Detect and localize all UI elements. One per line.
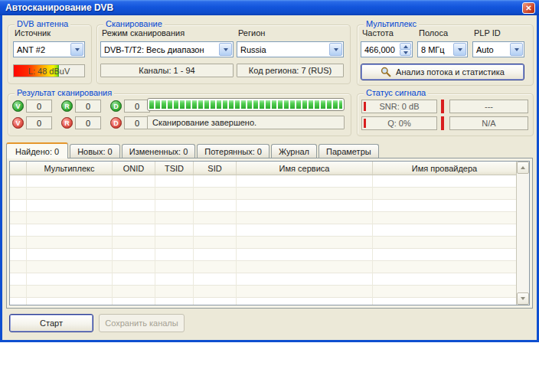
scan-mode-value: DVB-T/T2: Весь диапазон [104,45,204,54]
bandwidth-label: Полоса [419,28,448,38]
data-found-icon: D [110,100,122,112]
window-body: DVB антенна Источник ANT #2 L: 48 dBuV С… [2,15,537,340]
video-found-icon: V [12,100,24,112]
bandwidth-dropdown-button[interactable] [453,43,466,56]
save-channels-button-label: Сохранить каналы [105,318,178,328]
signal-level-text: L: 48 dBuV [28,67,70,76]
channels-table-body[interactable] [10,175,516,305]
region-label: Регион [238,28,265,38]
radio-found-count: 0 [75,100,101,113]
analyze-stream-button[interactable]: Анализ потока и статистика [361,64,524,80]
tab-parameters-label: Параметры [326,147,371,156]
screen: Автосканирование DVB ✕ DVB антенна Источ… [0,0,539,392]
bandwidth-select[interactable]: 8 МГц [417,41,468,57]
channels-info-field: Каналы: 1 - 94 [100,64,234,77]
tab-lost-label: Потерянных: 0 [204,147,262,156]
antenna-source-dropdown-button[interactable] [70,43,83,56]
scan-mode-select[interactable]: DVB-T/T2: Весь диапазон [100,41,234,57]
scroll-down-button[interactable] [517,292,529,305]
tab-found-label: Найдено: 0 [15,147,59,156]
tab-bar: Найдено: 0 Новых: 0 Измененных: 0 Потеря… [6,142,381,158]
source-label: Источник [15,28,51,38]
close-icon: ✕ [525,4,531,12]
antenna-source-value: ANT #2 [17,45,45,54]
bandwidth-value: 8 МГц [421,45,445,54]
tab-changed-label: Измененных: 0 [129,147,188,156]
chevron-down-icon [514,48,519,51]
dvb-autoscan-dialog: Автосканирование DVB ✕ DVB антенна Источ… [0,0,539,342]
snr-left-tick [364,102,366,111]
scan-mode-dropdown-button[interactable] [219,43,232,56]
chevron-down-icon [458,48,462,51]
scan-mode-label: Режим сканирования [102,28,185,38]
region-code-info-text: Код региона: 7 (RUS) [249,66,332,75]
channels-table-gridlines [10,175,516,305]
header-cell-multiplex: Мультиплекс [27,162,113,175]
region-dropdown-button[interactable] [329,43,342,56]
channels-table-header: Мультиплекс ONID TSID SID Имя сервиса Им… [10,162,516,175]
tab-found[interactable]: Найдено: 0 [6,142,68,158]
tab-new-label: Новых: 0 [77,147,113,156]
scroll-down-icon [521,297,525,300]
analyze-stream-button-label: Анализ потока и статистика [396,67,505,77]
antenna-source-select[interactable]: ANT #2 [13,41,85,57]
snr-field: SNR: 0 dB [361,100,437,113]
tab-parameters[interactable]: Параметры [318,144,379,158]
radio-scrambled-icon: R [61,117,73,129]
magnifier-icon [381,67,391,77]
tab-new[interactable]: Новых: 0 [70,144,120,158]
video-found-count: 0 [26,100,52,113]
header-cell-provider-name: Имя провайдера [373,162,516,175]
radio-found-icon: R [61,100,73,112]
tab-log-label: Журнал [279,147,309,156]
region-code-info-field: Код региона: 7 (RUS) [237,64,344,77]
header-cell-sid: SID [194,162,237,175]
quality-extra-text: N/A [482,119,495,128]
data-found-count: 0 [124,100,150,113]
snr-right-tick [441,100,444,113]
close-button[interactable]: ✕ [522,2,535,14]
quality-extra-field: N/A [449,116,528,130]
chevron-down-icon [224,48,228,51]
frequency-value: 466,000 [364,45,395,54]
scan-status-field: Сканирование завершено. [147,116,345,129]
titlebar: Автосканирование DVB ✕ [0,0,539,15]
quality-field: Q: 0% [361,116,437,130]
group-scanning-legend: Сканирование [103,19,165,28]
region-select[interactable]: Russia [237,41,344,57]
tab-lost[interactable]: Потерянных: 0 [197,144,270,158]
plp-id-value: Auto [476,45,494,54]
chevron-down-icon [75,48,80,51]
quality-text: Q: 0% [387,119,411,128]
tab-changed[interactable]: Измененных: 0 [122,144,196,158]
scroll-up-button[interactable] [517,162,529,174]
spin-up-icon [403,45,408,48]
header-cell-onid: ONID [113,162,155,175]
frequency-input[interactable]: 466,000 [361,41,413,57]
quality-right-tick [441,116,444,130]
tab-log[interactable]: Журнал [271,144,317,158]
save-channels-button[interactable]: Сохранить каналы [99,314,185,332]
start-button[interactable]: Старт [9,314,93,332]
start-button-label: Старт [40,318,63,328]
group-multiplex-legend: Мультиплекс [364,19,419,28]
spin-down-icon [403,51,408,54]
data-scrambled-icon: D [110,117,122,129]
frequency-spin-down-button[interactable] [400,49,411,56]
plp-id-dropdown-button[interactable] [510,43,523,56]
snr-text: SNR: 0 dB [380,102,420,111]
scan-progress-fill [149,100,342,109]
scroll-up-icon [521,166,525,169]
frequency-label: Частота [362,28,394,38]
vertical-scrollbar[interactable] [516,162,529,305]
header-cell-tsid: TSID [155,162,194,175]
group-signal-status-legend: Статус сигнала [364,88,428,97]
plp-id-select[interactable]: Auto [472,41,524,57]
region-value: Russia [240,45,266,54]
group-scan-result-legend: Результат сканирования [15,88,114,97]
video-scrambled-icon: V [12,117,24,129]
tab-panel-found: Мультиплекс ONID TSID SID Имя сервиса Им… [6,158,533,309]
window-title: Автосканирование DVB [5,2,113,13]
chevron-down-icon [334,48,338,51]
snr-extra-text: --- [485,102,493,111]
